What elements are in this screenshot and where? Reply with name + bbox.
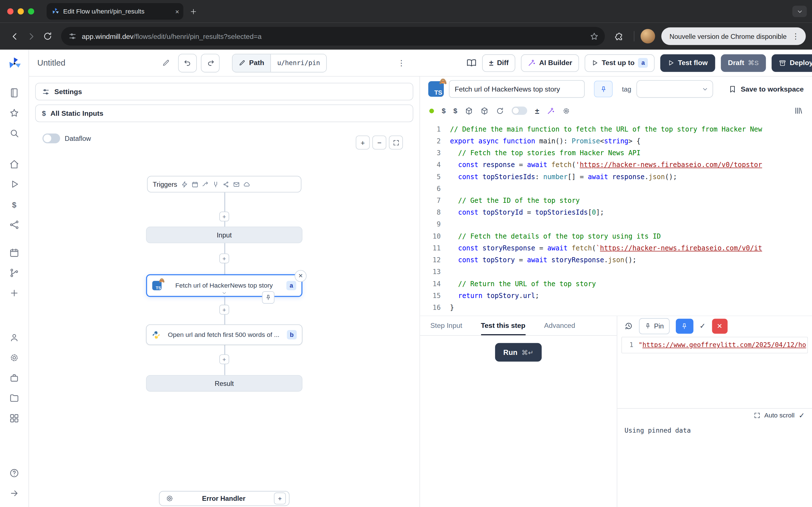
reload-script-icon[interactable]	[496, 107, 504, 115]
flow-title[interactable]: Untitled	[37, 58, 65, 68]
insert-variable-icon[interactable]: $	[442, 107, 446, 115]
profile-avatar[interactable]	[641, 29, 655, 43]
tab-close-icon[interactable]: ×	[175, 8, 179, 15]
add-step-button[interactable]: +	[219, 212, 229, 221]
pin-button[interactable]: Pin	[639, 318, 670, 334]
triggers-node[interactable]: Triggers	[147, 176, 301, 192]
zoom-out-button[interactable]: −	[372, 135, 387, 150]
browser-tab[interactable]: Edit Flow u/henri/pin_results ×	[47, 3, 183, 20]
redo-button[interactable]	[201, 54, 220, 72]
sidebar-docs-icon[interactable]	[5, 85, 23, 100]
accept-icon[interactable]: ✓	[700, 322, 706, 330]
library-panel-icon[interactable]	[795, 107, 803, 115]
sidebar-favorites-icon[interactable]	[5, 105, 23, 121]
sidebar-settings-icon[interactable]	[5, 350, 23, 365]
tab-advanced[interactable]: Advanced	[544, 322, 575, 335]
forward-button[interactable]	[23, 28, 40, 45]
tab-test-this-step[interactable]: Test this step	[481, 322, 525, 335]
close-window-button[interactable]	[7, 8, 13, 14]
auto-scroll-label[interactable]: Auto scroll	[764, 412, 795, 419]
remove-step-icon[interactable]: ✕	[295, 270, 306, 282]
undo-button[interactable]	[178, 54, 197, 72]
sidebar-add-icon[interactable]	[5, 285, 23, 300]
sidebar-apps-icon[interactable]	[5, 410, 23, 426]
docs-book-icon[interactable]	[467, 58, 477, 68]
tab-step-input[interactable]: Step Input	[430, 322, 462, 335]
sidebar-help-icon[interactable]	[5, 465, 23, 481]
back-button[interactable]	[6, 28, 23, 45]
test-up-to-button[interactable]: Test up to a	[585, 54, 655, 71]
result-node[interactable]: Result	[146, 375, 303, 392]
step-node-b[interactable]: Open url and fetch first 500 words of ..…	[146, 325, 303, 345]
settings-row[interactable]: Settings	[35, 83, 413, 100]
draft-button[interactable]: Draft ⌘S	[721, 54, 766, 71]
minimize-window-button[interactable]	[17, 8, 24, 14]
auto-scroll-check-icon[interactable]: ✓	[799, 411, 805, 419]
input-node[interactable]: Input	[146, 226, 303, 243]
diff-editor-icon[interactable]: ±	[535, 106, 539, 115]
pin-step-button[interactable]	[594, 81, 613, 98]
url-bar[interactable]: app.windmill.dev/flows/edit/u/henri/pin_…	[61, 27, 605, 46]
chrome-update-button[interactable]: Nouvelle version de Chrome disponible ⋮	[661, 27, 806, 45]
sidebar-home-icon[interactable]	[5, 156, 23, 172]
ai-builder-button[interactable]: AI Builder	[521, 54, 579, 71]
sidebar-users-icon[interactable]	[5, 330, 23, 345]
dependencies-icon[interactable]	[481, 107, 489, 115]
zoom-in-button[interactable]: +	[356, 135, 370, 150]
insert-resource-icon[interactable]: $	[453, 107, 457, 115]
trigger-email-icon[interactable]	[233, 181, 240, 187]
sidebar-runs-icon[interactable]	[5, 176, 23, 192]
trigger-kafka-icon[interactable]	[223, 181, 230, 187]
fullscreen-window-button[interactable]	[28, 8, 34, 14]
static-inputs-row[interactable]: $ All Static Inputs	[35, 105, 413, 122]
tag-select[interactable]	[637, 80, 713, 98]
add-step-button[interactable]: +	[219, 253, 229, 263]
add-error-handler-button[interactable]: +	[274, 493, 286, 504]
tab-search-chevron[interactable]	[792, 6, 807, 17]
sidebar-folders-icon[interactable]	[5, 390, 23, 406]
editor-mode-toggle[interactable]	[512, 107, 527, 115]
path-control[interactable]: Path u/henri/pin	[232, 54, 327, 72]
add-step-button[interactable]: +	[219, 305, 229, 315]
trigger-http-route-icon[interactable]	[202, 181, 209, 187]
browser-menu-icon[interactable]: ⋮	[792, 32, 800, 41]
package-icon[interactable]	[465, 107, 473, 115]
trigger-schedule-icon[interactable]	[192, 181, 199, 187]
sidebar-variables-icon[interactable]: $	[5, 196, 23, 212]
expand-icon[interactable]	[754, 412, 760, 418]
trigger-cloud-icon[interactable]	[244, 181, 250, 187]
windmill-logo[interactable]	[5, 56, 23, 71]
code-editor[interactable]: 1// Define the main function to fetch th…	[420, 120, 812, 316]
step-node-a[interactable]: TS🙈 Fetch url of HackerNews top story a …	[146, 274, 303, 297]
flow-more-menu[interactable]: ⋮	[394, 54, 409, 71]
extensions-icon[interactable]	[611, 28, 627, 45]
pinned-toggle-button[interactable]	[676, 319, 693, 334]
diff-button[interactable]: ± Diff	[483, 54, 515, 71]
history-icon[interactable]	[624, 322, 633, 330]
sidebar-resources-icon[interactable]	[5, 217, 23, 232]
dataflow-toggle[interactable]	[43, 133, 60, 144]
edit-title-icon[interactable]	[162, 59, 170, 67]
new-tab-button[interactable]	[190, 8, 197, 15]
sidebar-schedules-icon[interactable]	[5, 245, 23, 260]
pinned-data-icon[interactable]	[262, 291, 274, 304]
fit-view-button[interactable]	[389, 135, 403, 150]
save-to-workspace-button[interactable]: Save to workspace	[729, 85, 804, 93]
add-step-button[interactable]: +	[219, 354, 229, 364]
flow-canvas[interactable]: Dataflow + − Triggers	[35, 126, 413, 501]
collapse-step-icon[interactable]	[221, 290, 227, 296]
bookmark-star-icon[interactable]	[590, 32, 599, 41]
clear-pin-button[interactable]: ✕	[712, 319, 727, 334]
run-button[interactable]: Run ⌘↵	[495, 343, 542, 362]
sidebar-collapse-icon[interactable]	[5, 485, 23, 501]
sidebar-flows-icon[interactable]	[5, 265, 23, 280]
step-summary-input[interactable]	[449, 80, 585, 98]
reload-button[interactable]	[40, 28, 56, 45]
trigger-webhook-icon[interactable]	[181, 181, 188, 187]
site-settings-icon[interactable]	[68, 32, 77, 40]
ai-assist-icon[interactable]	[547, 107, 555, 115]
deploy-button[interactable]: Deploy	[772, 54, 812, 71]
sidebar-workers-icon[interactable]	[5, 370, 23, 385]
test-flow-button[interactable]: Test flow	[660, 54, 715, 71]
error-handler-node[interactable]: Error Handler +	[159, 491, 290, 506]
